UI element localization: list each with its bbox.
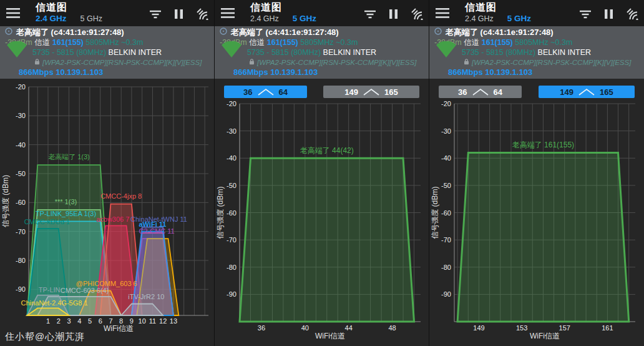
access-point-icon bbox=[220, 27, 227, 37]
subband-selector: 36 64 149 165 bbox=[429, 86, 644, 98]
svg-text:老高端了 1(3): 老高端了 1(3) bbox=[48, 153, 90, 161]
channel-label: 信道 bbox=[34, 38, 50, 47]
wifi-signal-icon bbox=[221, 41, 242, 61]
svg-text:iTV-JrR2 10: iTV-JrR2 10 bbox=[128, 293, 164, 300]
svg-text:-30: -30 bbox=[16, 112, 26, 119]
menu-icon[interactable] bbox=[436, 8, 449, 21]
svg-text:-30: -30 bbox=[227, 127, 237, 135]
access-point-icon bbox=[434, 27, 442, 37]
filter-icon[interactable] bbox=[579, 9, 592, 19]
pause-icon[interactable] bbox=[175, 9, 183, 19]
svg-text:*** 1(3): *** 1(3) bbox=[55, 198, 77, 205]
linkspeed-ip: 866Mbps 10.139.1.103 bbox=[429, 67, 644, 77]
page-title: 信道图 bbox=[36, 2, 102, 13]
connection-info-card: 老高端了 (c4:41:1e:91:27:48) -38dBm 信道 161(1… bbox=[0, 26, 214, 79]
svg-text:-50: -50 bbox=[16, 170, 26, 177]
subband-149-165-button[interactable]: 149 165 bbox=[539, 86, 635, 98]
svg-text:-90: -90 bbox=[16, 285, 26, 293]
svg-text:WiFi信道: WiFi信道 bbox=[315, 332, 345, 340]
menu-icon[interactable] bbox=[221, 8, 235, 21]
subband-right-channel: 64 bbox=[494, 87, 502, 97]
lock-icon bbox=[464, 57, 469, 67]
scan-icon[interactable] bbox=[411, 8, 424, 20]
page-title: 信道图 bbox=[465, 2, 531, 13]
subband-left-channel: 36 bbox=[243, 87, 252, 97]
tab-2-4ghz[interactable]: 2.4 GHz bbox=[36, 14, 67, 23]
svg-text:-60: -60 bbox=[16, 199, 26, 206]
connected-ssid: 老高端了 (c4:41:1e:91:27:48) bbox=[446, 27, 554, 37]
scan-icon[interactable] bbox=[196, 8, 209, 20]
wifi-signal-icon bbox=[6, 41, 27, 61]
connection-info-card: 老高端了 (c4:41:1e:91:27:48) -38dBm 信道 161(1… bbox=[215, 26, 429, 79]
connection-info-card: 老高端了 (c4:41:1e:91:27:48) -38dBm 信道 161(1… bbox=[429, 26, 644, 79]
actionbar-icons bbox=[579, 8, 639, 20]
svg-text:44: 44 bbox=[345, 324, 353, 332]
subband-left-channel: 149 bbox=[344, 87, 358, 97]
tab-2-4ghz[interactable]: 2.4 GHz bbox=[250, 14, 279, 23]
wifi-analyzer-app: 信道图 2.4 GHz 5 GHz bbox=[0, 0, 644, 346]
frequency-range: 5735 - 5815 (80MHz) bbox=[247, 48, 321, 57]
action-bar: 信道图 2.4 GHz 5 GHz bbox=[429, 0, 644, 26]
actionbar-icons bbox=[364, 8, 424, 20]
security-capabilities: [WPA2-PSK-CCMP][RSN-PSK-CCMP][K][V][ESS] bbox=[472, 57, 631, 67]
filter-icon[interactable] bbox=[364, 9, 376, 19]
svg-text:老高端了 161(155): 老高端了 161(155) bbox=[512, 141, 574, 149]
svg-text:-40: -40 bbox=[441, 154, 451, 162]
scan-icon[interactable] bbox=[626, 8, 639, 20]
linkspeed-ip: 866Mbps 10.139.1.103 bbox=[0, 67, 214, 77]
channel-value: 161(155) bbox=[482, 38, 513, 47]
channel-label: 信道 bbox=[249, 38, 265, 47]
svg-text:WiFi信道: WiFi信道 bbox=[104, 324, 134, 333]
watermark: 住小帮@心潮芃湃 bbox=[5, 331, 85, 343]
svg-text:老高端了 44(42): 老高端了 44(42) bbox=[300, 146, 354, 155]
svg-text:-70: -70 bbox=[227, 236, 237, 244]
channel-label: 信道 bbox=[464, 38, 479, 47]
svg-text:12: 12 bbox=[159, 317, 167, 325]
page-title: 信道图 bbox=[250, 2, 316, 13]
svg-text:3: 3 bbox=[67, 317, 71, 325]
svg-text:4: 4 bbox=[77, 317, 81, 325]
frequency-range: 5735 - 5815 (80MHz) bbox=[32, 48, 106, 57]
svg-text:40: 40 bbox=[301, 324, 309, 332]
tab-5ghz[interactable]: 5 GHz bbox=[293, 14, 316, 23]
filter-icon[interactable] bbox=[149, 9, 162, 19]
svg-text:153: 153 bbox=[516, 324, 527, 332]
svg-text:5: 5 bbox=[88, 317, 92, 325]
tab-5ghz[interactable]: 5 GHz bbox=[80, 14, 102, 23]
svg-text:信号强度 (dBm): 信号强度 (dBm) bbox=[216, 186, 225, 239]
access-point-icon bbox=[5, 27, 12, 37]
svg-text:-70: -70 bbox=[441, 236, 451, 244]
chevron-up-icon bbox=[578, 88, 595, 96]
svg-text:CMCC-kDUd 1: CMCC-kDUd 1 bbox=[24, 218, 70, 225]
svg-text:48: 48 bbox=[388, 324, 396, 332]
pause-icon[interactable] bbox=[605, 9, 613, 19]
tab-2-4ghz[interactable]: 2.4 GHz bbox=[465, 14, 494, 23]
subband-36-64-button[interactable]: 36 64 bbox=[439, 86, 522, 98]
svg-text:信号强度 (dBm): 信号强度 (dBm) bbox=[1, 175, 10, 227]
channel-value: 161(155) bbox=[267, 38, 298, 47]
channel-value: 161(155) bbox=[52, 38, 84, 47]
action-bar: 信道图 2.4 GHz 5 GHz bbox=[0, 0, 214, 26]
pause-icon[interactable] bbox=[389, 9, 398, 19]
subband-36-64-button[interactable]: 36 64 bbox=[224, 86, 307, 98]
subband-149-165-button[interactable]: 149 165 bbox=[323, 86, 419, 98]
panel-2-4ghz: 信道图 2.4 GHz 5 GHz bbox=[0, 0, 215, 346]
security-capabilities: [WPA2-PSK-CCMP][RSN-PSK-CCMP][K][V][ESS] bbox=[42, 57, 202, 67]
wifi-signal-icon bbox=[436, 41, 457, 61]
title-block: 信道图 2.4 GHz 5 GHz bbox=[465, 2, 531, 23]
frequency-range: 5735 - 5815 (80MHz) bbox=[462, 48, 535, 57]
subband-right-channel: 165 bbox=[600, 87, 613, 97]
svg-text:-80: -80 bbox=[16, 257, 26, 264]
subband-selector: 36 64 149 165 bbox=[215, 86, 429, 98]
svg-text:2: 2 bbox=[57, 317, 61, 325]
svg-text:-60: -60 bbox=[227, 209, 237, 217]
menu-icon[interactable] bbox=[6, 8, 20, 21]
svg-text:-20: -20 bbox=[441, 100, 451, 107]
svg-text:-90: -90 bbox=[441, 290, 451, 298]
tab-5ghz[interactable]: 5 GHz bbox=[507, 14, 531, 23]
svg-text:-70: -70 bbox=[16, 228, 26, 235]
frequency-distance: 5805MHz ~0.3m bbox=[515, 38, 572, 47]
band-tabs: 2.4 GHz 5 GHz bbox=[250, 14, 316, 23]
band-tabs: 2.4 GHz 5 GHz bbox=[36, 14, 102, 23]
connected-ssid: 老高端了 (c4:41:1e:91:27:48) bbox=[231, 27, 339, 37]
